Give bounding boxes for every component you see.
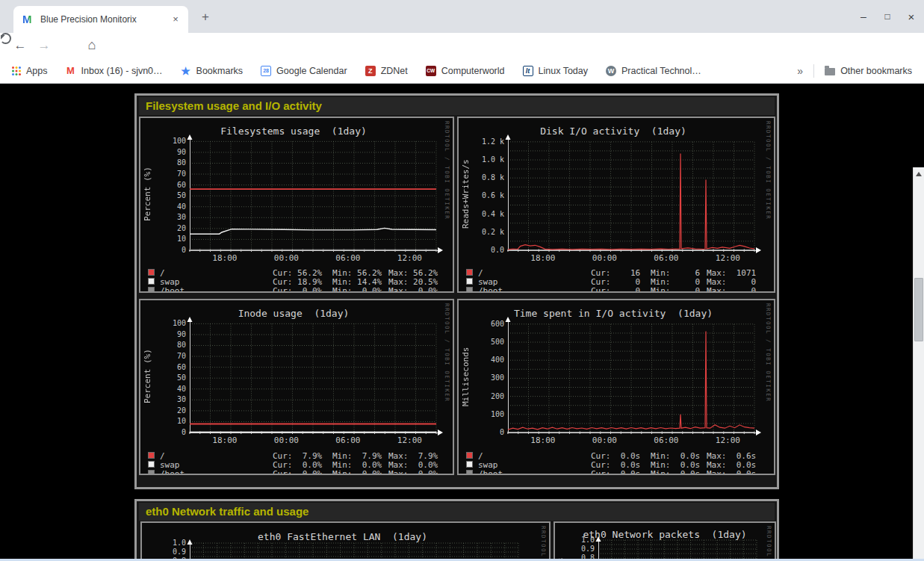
graph-ylabel: Milliseconds — [461, 320, 471, 433]
home-button[interactable]: ⌂ — [81, 35, 102, 56]
section-eth0-network: eth0 Network traffic and usage 1.00.90.8… — [134, 499, 779, 561]
legend-row: swapCur: 0.0%Min: 0.0%Max: 0.0% — [140, 460, 453, 469]
apps-grid-icon — [12, 66, 21, 75]
scrollbar-up-icon[interactable] — [916, 172, 922, 176]
graph-panel-inode-usage: 010203040506070809010018:0000:0006:0012:… — [139, 299, 454, 475]
svg-text:0.9: 0.9 — [581, 545, 595, 553]
legend-swatch — [466, 269, 473, 276]
svg-text:18:00: 18:00 — [530, 436, 555, 445]
browser-titlebar: M Blue Precision Monitorix × + – □ × — [0, 0, 924, 33]
new-tab-button[interactable]: + — [197, 9, 214, 25]
zdnet-icon: Z — [365, 66, 376, 76]
svg-text:90: 90 — [177, 330, 186, 338]
graph-panel-time-io: 010020030040050060018:0000:0006:0012:00 … — [457, 299, 775, 475]
graph-title: Inode usage (1day) — [154, 308, 433, 319]
legend-swatch — [466, 287, 473, 293]
browser-tab[interactable]: M Blue Precision Monitorix × — [13, 6, 188, 33]
svg-text:80: 80 — [177, 341, 186, 349]
graph-plot: 010203040506070809010018:0000:0006:0012:… — [140, 118, 453, 291]
graph-plot: 010203040506070809010018:0000:0006:0012:… — [140, 300, 453, 474]
bookmark-linux-today[interactable]: lt Linux Today — [523, 66, 589, 76]
window-minimize-button[interactable]: – — [855, 9, 872, 25]
browser-toolbar: ← → ⌂ i localhost:8080/monitorix-cgi/mon… — [0, 33, 924, 58]
back-button[interactable]: ← — [10, 35, 31, 56]
rrdtool-watermark: RRDTOOL / TOBI OETIKER — [765, 303, 772, 402]
graph-plot: 0.00.2 k0.4 k0.6 k0.8 k1.0 k1.2 k18:0000… — [459, 118, 774, 291]
legend-swatch — [148, 470, 155, 475]
svg-text:00:00: 00:00 — [592, 436, 617, 445]
bookmark-inbox[interactable]: M Inbox (16) - sjvn0… — [66, 66, 163, 76]
legend-cur: Cur: 0 — [591, 286, 640, 293]
gmail-icon: M — [66, 66, 76, 76]
graph-legend: /Cur: 0.0sMin: 0.0sMax: 0.6sswapCur: 0.0… — [459, 451, 774, 475]
page-scrollbar[interactable] — [913, 167, 924, 561]
graph-panel-eth0-traffic: 1.00.90.80.70.60.50.40.30.20.10.0 eth0 F… — [140, 521, 551, 561]
window-close-button[interactable]: × — [902, 9, 920, 25]
forward-button[interactable]: → — [34, 35, 55, 56]
legend-cur: Cur: 0.0s — [591, 469, 640, 475]
svg-text:90: 90 — [177, 148, 186, 156]
star-icon: ★ — [181, 66, 191, 76]
svg-text:40: 40 — [177, 202, 186, 211]
section-filesystem: Filesystem usage and I/O activity 010203… — [134, 93, 779, 489]
svg-text:1.2 k: 1.2 k — [482, 137, 504, 146]
rrdtool-watermark: RRDTOOL / TOBI OETIKER — [766, 526, 772, 561]
graph-panel-disk-io: 0.00.2 k0.4 k0.6 k0.8 k1.0 k1.2 k18:0000… — [457, 117, 775, 293]
graph-title: eth0 FastEthernet LAN (1day) — [155, 531, 530, 542]
svg-text:70: 70 — [177, 170, 186, 178]
svg-text:0.0: 0.0 — [491, 246, 504, 254]
bookmark-apps[interactable]: Apps — [12, 66, 48, 76]
window-maximize-button[interactable]: □ — [878, 9, 896, 25]
other-bookmarks[interactable]: Other bookmarks — [825, 66, 912, 76]
legend-swatch — [466, 278, 473, 285]
legend-label: /boot — [160, 286, 185, 293]
legend-swatch — [148, 287, 155, 293]
svg-text:0.4 k: 0.4 k — [482, 210, 504, 218]
graph-title: eth0 Network packets (1day) — [568, 529, 761, 540]
svg-text:500: 500 — [491, 338, 504, 346]
bookmark-zdnet[interactable]: Z ZDNet — [365, 66, 408, 76]
wordpress-icon: W — [606, 66, 616, 76]
legend-row: swapCur: 0Min: 0Max: 0 — [459, 277, 774, 286]
legend-row: /bootCur: 0.0%Min: 0.0%Max: 0.0% — [140, 286, 453, 293]
svg-text:12:00: 12:00 — [716, 436, 740, 445]
bookmarks-overflow-icon[interactable]: » — [797, 65, 803, 77]
svg-text:100: 100 — [173, 319, 186, 327]
calendar-icon: 28 — [261, 66, 271, 76]
svg-text:200: 200 — [491, 392, 504, 400]
legend-row: /Cur: 7.9%Min: 7.9%Max: 7.9% — [140, 451, 453, 460]
legend-swatch — [466, 452, 473, 459]
svg-text:0.8 k: 0.8 k — [482, 173, 504, 182]
legend-swatch — [466, 470, 473, 475]
svg-text:40: 40 — [177, 385, 186, 393]
bookmark-practical-technology[interactable]: W Practical Technol… — [606, 66, 701, 76]
svg-text:06:00: 06:00 — [654, 253, 678, 263]
bookmark-bookmarks[interactable]: ★ Bookmarks — [181, 66, 244, 76]
svg-text:70: 70 — [177, 352, 186, 360]
svg-text:0.9: 0.9 — [173, 548, 186, 556]
svg-text:30: 30 — [177, 213, 186, 221]
svg-text:400: 400 — [491, 356, 504, 364]
legend-swatch — [148, 452, 155, 459]
section-header: eth0 Network traffic and usage — [139, 503, 775, 521]
rrdtool-watermark: RRDTOOL / TOBI OETIKER — [765, 121, 772, 220]
legend-max: Max: 0 — [707, 286, 756, 293]
svg-text:18:00: 18:00 — [212, 436, 237, 445]
svg-text:50: 50 — [177, 191, 186, 199]
svg-text:18:00: 18:00 — [212, 253, 237, 263]
graph-plot: 010020030040050060018:0000:0006:0012:00 — [459, 300, 774, 474]
svg-text:300: 300 — [491, 374, 504, 382]
bookmarks-bar: Apps M Inbox (16) - sjvn0… ★ Bookmarks 2… — [0, 58, 924, 84]
scrollbar-thumb[interactable] — [914, 278, 923, 341]
svg-text:10: 10 — [177, 417, 186, 425]
graph-legend: /Cur: 7.9%Min: 7.9%Max: 7.9%swapCur: 0.0… — [140, 451, 453, 475]
bookmark-google-calendar[interactable]: 28 Google Calendar — [261, 66, 347, 76]
svg-text:100: 100 — [491, 410, 504, 418]
section-header: Filesystem usage and I/O activity — [139, 97, 775, 115]
legend-row: swapCur: 0.0sMin: 0.0sMax: 0.0s — [459, 460, 774, 469]
tab-close-icon[interactable]: × — [169, 13, 182, 26]
svg-text:60: 60 — [177, 363, 186, 371]
svg-text:80: 80 — [177, 158, 186, 167]
bookmark-computerworld[interactable]: CW Computerworld — [426, 66, 505, 76]
svg-text:0: 0 — [182, 246, 186, 254]
